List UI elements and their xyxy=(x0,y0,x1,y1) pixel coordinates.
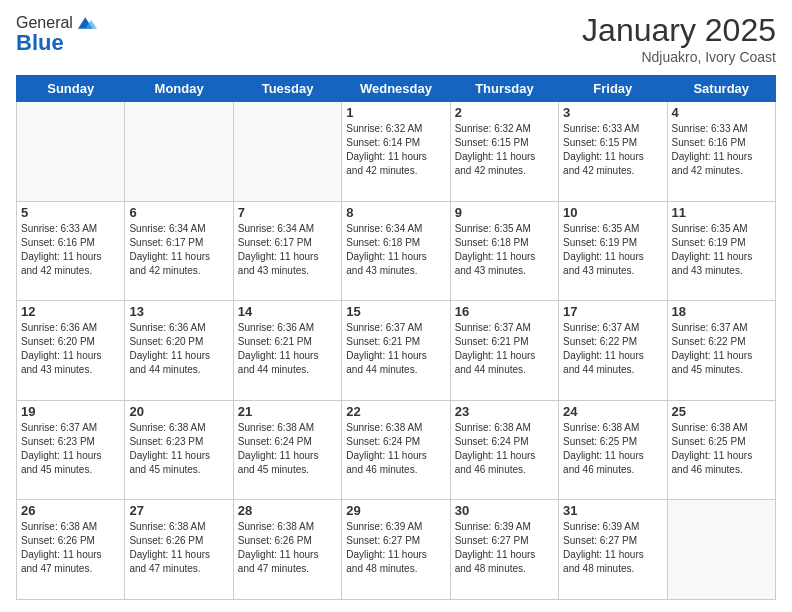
day-info: Sunrise: 6:34 AM Sunset: 6:18 PM Dayligh… xyxy=(346,222,445,278)
calendar-cell: 26Sunrise: 6:38 AM Sunset: 6:26 PM Dayli… xyxy=(17,500,125,600)
day-number: 4 xyxy=(672,105,771,120)
calendar-cell: 21Sunrise: 6:38 AM Sunset: 6:24 PM Dayli… xyxy=(233,400,341,500)
day-number: 10 xyxy=(563,205,662,220)
day-number: 12 xyxy=(21,304,120,319)
day-info: Sunrise: 6:39 AM Sunset: 6:27 PM Dayligh… xyxy=(563,520,662,576)
weekday-header-row: SundayMondayTuesdayWednesdayThursdayFrid… xyxy=(17,76,776,102)
location-subtitle: Ndjuakro, Ivory Coast xyxy=(582,49,776,65)
calendar-week-row: 12Sunrise: 6:36 AM Sunset: 6:20 PM Dayli… xyxy=(17,301,776,401)
day-number: 17 xyxy=(563,304,662,319)
calendar-table: SundayMondayTuesdayWednesdayThursdayFrid… xyxy=(16,75,776,600)
calendar-cell: 2Sunrise: 6:32 AM Sunset: 6:15 PM Daylig… xyxy=(450,102,558,202)
day-info: Sunrise: 6:36 AM Sunset: 6:20 PM Dayligh… xyxy=(21,321,120,377)
day-info: Sunrise: 6:32 AM Sunset: 6:14 PM Dayligh… xyxy=(346,122,445,178)
day-number: 23 xyxy=(455,404,554,419)
title-block: January 2025 Ndjuakro, Ivory Coast xyxy=(582,12,776,65)
calendar-cell: 29Sunrise: 6:39 AM Sunset: 6:27 PM Dayli… xyxy=(342,500,450,600)
day-info: Sunrise: 6:37 AM Sunset: 6:21 PM Dayligh… xyxy=(455,321,554,377)
day-number: 5 xyxy=(21,205,120,220)
calendar-cell: 8Sunrise: 6:34 AM Sunset: 6:18 PM Daylig… xyxy=(342,201,450,301)
day-number: 3 xyxy=(563,105,662,120)
day-number: 18 xyxy=(672,304,771,319)
calendar-cell xyxy=(667,500,775,600)
day-number: 25 xyxy=(672,404,771,419)
day-info: Sunrise: 6:35 AM Sunset: 6:19 PM Dayligh… xyxy=(672,222,771,278)
day-number: 2 xyxy=(455,105,554,120)
calendar-cell xyxy=(125,102,233,202)
calendar-cell xyxy=(233,102,341,202)
calendar-cell: 17Sunrise: 6:37 AM Sunset: 6:22 PM Dayli… xyxy=(559,301,667,401)
calendar-cell: 12Sunrise: 6:36 AM Sunset: 6:20 PM Dayli… xyxy=(17,301,125,401)
calendar-cell: 11Sunrise: 6:35 AM Sunset: 6:19 PM Dayli… xyxy=(667,201,775,301)
day-info: Sunrise: 6:36 AM Sunset: 6:21 PM Dayligh… xyxy=(238,321,337,377)
day-number: 26 xyxy=(21,503,120,518)
day-info: Sunrise: 6:37 AM Sunset: 6:23 PM Dayligh… xyxy=(21,421,120,477)
day-number: 29 xyxy=(346,503,445,518)
calendar-cell: 15Sunrise: 6:37 AM Sunset: 6:21 PM Dayli… xyxy=(342,301,450,401)
day-info: Sunrise: 6:38 AM Sunset: 6:24 PM Dayligh… xyxy=(238,421,337,477)
day-info: Sunrise: 6:38 AM Sunset: 6:25 PM Dayligh… xyxy=(672,421,771,477)
calendar-cell: 7Sunrise: 6:34 AM Sunset: 6:17 PM Daylig… xyxy=(233,201,341,301)
logo-icon xyxy=(75,12,97,34)
day-number: 15 xyxy=(346,304,445,319)
calendar-cell: 18Sunrise: 6:37 AM Sunset: 6:22 PM Dayli… xyxy=(667,301,775,401)
calendar-cell: 10Sunrise: 6:35 AM Sunset: 6:19 PM Dayli… xyxy=(559,201,667,301)
calendar-week-row: 5Sunrise: 6:33 AM Sunset: 6:16 PM Daylig… xyxy=(17,201,776,301)
day-info: Sunrise: 6:33 AM Sunset: 6:16 PM Dayligh… xyxy=(672,122,771,178)
weekday-header: Wednesday xyxy=(342,76,450,102)
day-number: 20 xyxy=(129,404,228,419)
day-info: Sunrise: 6:33 AM Sunset: 6:15 PM Dayligh… xyxy=(563,122,662,178)
page: General Blue January 2025 Ndjuakro, Ivor… xyxy=(0,0,792,612)
day-number: 31 xyxy=(563,503,662,518)
weekday-header: Monday xyxy=(125,76,233,102)
day-info: Sunrise: 6:32 AM Sunset: 6:15 PM Dayligh… xyxy=(455,122,554,178)
day-info: Sunrise: 6:38 AM Sunset: 6:24 PM Dayligh… xyxy=(455,421,554,477)
day-info: Sunrise: 6:33 AM Sunset: 6:16 PM Dayligh… xyxy=(21,222,120,278)
day-number: 22 xyxy=(346,404,445,419)
day-info: Sunrise: 6:37 AM Sunset: 6:22 PM Dayligh… xyxy=(563,321,662,377)
day-number: 1 xyxy=(346,105,445,120)
day-info: Sunrise: 6:36 AM Sunset: 6:20 PM Dayligh… xyxy=(129,321,228,377)
calendar-cell: 6Sunrise: 6:34 AM Sunset: 6:17 PM Daylig… xyxy=(125,201,233,301)
day-info: Sunrise: 6:38 AM Sunset: 6:26 PM Dayligh… xyxy=(238,520,337,576)
weekday-header: Tuesday xyxy=(233,76,341,102)
weekday-header: Saturday xyxy=(667,76,775,102)
day-info: Sunrise: 6:37 AM Sunset: 6:21 PM Dayligh… xyxy=(346,321,445,377)
day-info: Sunrise: 6:39 AM Sunset: 6:27 PM Dayligh… xyxy=(455,520,554,576)
day-number: 16 xyxy=(455,304,554,319)
calendar-cell xyxy=(17,102,125,202)
day-number: 6 xyxy=(129,205,228,220)
calendar-cell: 20Sunrise: 6:38 AM Sunset: 6:23 PM Dayli… xyxy=(125,400,233,500)
calendar-week-row: 1Sunrise: 6:32 AM Sunset: 6:14 PM Daylig… xyxy=(17,102,776,202)
day-info: Sunrise: 6:39 AM Sunset: 6:27 PM Dayligh… xyxy=(346,520,445,576)
calendar-week-row: 19Sunrise: 6:37 AM Sunset: 6:23 PM Dayli… xyxy=(17,400,776,500)
day-number: 13 xyxy=(129,304,228,319)
day-info: Sunrise: 6:35 AM Sunset: 6:18 PM Dayligh… xyxy=(455,222,554,278)
calendar-cell: 24Sunrise: 6:38 AM Sunset: 6:25 PM Dayli… xyxy=(559,400,667,500)
day-info: Sunrise: 6:35 AM Sunset: 6:19 PM Dayligh… xyxy=(563,222,662,278)
calendar-week-row: 26Sunrise: 6:38 AM Sunset: 6:26 PM Dayli… xyxy=(17,500,776,600)
weekday-header: Thursday xyxy=(450,76,558,102)
day-info: Sunrise: 6:38 AM Sunset: 6:26 PM Dayligh… xyxy=(129,520,228,576)
day-info: Sunrise: 6:38 AM Sunset: 6:23 PM Dayligh… xyxy=(129,421,228,477)
day-info: Sunrise: 6:37 AM Sunset: 6:22 PM Dayligh… xyxy=(672,321,771,377)
day-info: Sunrise: 6:34 AM Sunset: 6:17 PM Dayligh… xyxy=(129,222,228,278)
calendar-cell: 31Sunrise: 6:39 AM Sunset: 6:27 PM Dayli… xyxy=(559,500,667,600)
day-info: Sunrise: 6:34 AM Sunset: 6:17 PM Dayligh… xyxy=(238,222,337,278)
day-number: 11 xyxy=(672,205,771,220)
calendar-cell: 14Sunrise: 6:36 AM Sunset: 6:21 PM Dayli… xyxy=(233,301,341,401)
calendar-cell: 4Sunrise: 6:33 AM Sunset: 6:16 PM Daylig… xyxy=(667,102,775,202)
calendar-cell: 22Sunrise: 6:38 AM Sunset: 6:24 PM Dayli… xyxy=(342,400,450,500)
day-info: Sunrise: 6:38 AM Sunset: 6:24 PM Dayligh… xyxy=(346,421,445,477)
calendar-cell: 3Sunrise: 6:33 AM Sunset: 6:15 PM Daylig… xyxy=(559,102,667,202)
day-number: 27 xyxy=(129,503,228,518)
calendar-cell: 25Sunrise: 6:38 AM Sunset: 6:25 PM Dayli… xyxy=(667,400,775,500)
day-number: 30 xyxy=(455,503,554,518)
day-number: 19 xyxy=(21,404,120,419)
month-title: January 2025 xyxy=(582,12,776,49)
calendar-cell: 23Sunrise: 6:38 AM Sunset: 6:24 PM Dayli… xyxy=(450,400,558,500)
calendar-cell: 5Sunrise: 6:33 AM Sunset: 6:16 PM Daylig… xyxy=(17,201,125,301)
weekday-header: Sunday xyxy=(17,76,125,102)
day-number: 8 xyxy=(346,205,445,220)
day-number: 7 xyxy=(238,205,337,220)
